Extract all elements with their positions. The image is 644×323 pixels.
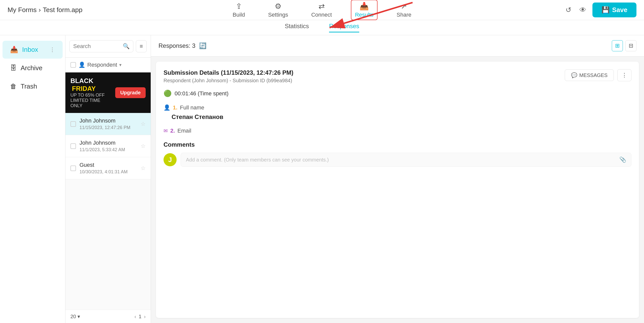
avatar-letter: J xyxy=(168,156,172,164)
upgrade-button[interactable]: Upgrade xyxy=(115,87,146,98)
comments-section: Comments J Add a comment. (Only team mem… xyxy=(164,141,631,167)
search-input[interactable] xyxy=(73,43,120,50)
submission-actions: 💬 MESSAGES ⋮ xyxy=(565,69,631,81)
prev-page-button[interactable]: ‹ xyxy=(135,314,136,319)
comment-input-box[interactable]: Add a comment. (Only team members can se… xyxy=(181,153,631,167)
tab-share-label: Share xyxy=(397,12,412,18)
preview-button[interactable]: 👁 xyxy=(577,4,588,16)
response-checkbox-2[interactable] xyxy=(70,166,76,171)
breadcrumb-separator: › xyxy=(39,6,41,14)
responses-count: Responses: 3 xyxy=(158,42,195,49)
filter-button[interactable]: ≡ xyxy=(136,40,147,52)
list-item[interactable]: John Johnsom 11/15/2023, 12:47:26 PM ☆ xyxy=(65,113,151,135)
tab-build[interactable]: ⇪ Build xyxy=(229,0,249,20)
middle-panel: 🔍 ≡ 👤 Respondent ▾ BLACK FRIDAY UP TO 6 xyxy=(65,35,151,323)
list-item[interactable]: Guest 10/30/2023, 4:01:31 AM ☆ xyxy=(65,157,151,179)
submission-detail: Submission Details (11/15/2023, 12:47:26… xyxy=(156,62,639,318)
tab-settings[interactable]: ⚙ Settings xyxy=(264,0,292,20)
view-toggle-group: ⊞ ⊟ xyxy=(612,40,636,51)
response-date-1: 11/1/2023, 5:33:42 AM xyxy=(79,147,137,152)
response-checkbox-1[interactable] xyxy=(70,143,76,149)
comment-placeholder: Add a comment. (Only team members can se… xyxy=(186,157,329,163)
star-icon-2[interactable]: ☆ xyxy=(141,165,146,172)
respondent-icon: 👤 xyxy=(78,62,85,68)
current-page: 1 xyxy=(139,314,141,319)
field-1-number: 1. xyxy=(173,104,177,111)
submission-subtitle: Respondent (John Johnsom) - Submission I… xyxy=(164,78,293,84)
banner-title: BLACK FRIDAY xyxy=(70,77,111,93)
share-icon: ↗ xyxy=(401,2,407,11)
sidebar-inbox-label: Inbox xyxy=(22,46,38,54)
responses-header: Responses: 3 🔄 ⊞ ⊟ xyxy=(151,35,644,57)
archive-icon: 🗄 xyxy=(10,64,17,72)
time-icon: 🟢 xyxy=(164,90,172,97)
email-icon: ✉ xyxy=(164,128,168,134)
attach-icon[interactable]: 📎 xyxy=(619,156,626,163)
pagination-row: 20 ▾ ‹ 1 › xyxy=(65,310,151,323)
sub-header: Statistics Responses xyxy=(0,20,644,35)
comments-title: Comments xyxy=(164,141,631,148)
grid-view-button[interactable]: ⊞ xyxy=(612,40,623,51)
response-checkbox-0[interactable] xyxy=(70,121,76,127)
per-page-chevron: ▾ xyxy=(77,313,80,319)
black-friday-banner: BLACK FRIDAY UP TO 65% OFFLIMITED TIME O… xyxy=(65,72,151,113)
field-2-label: Email xyxy=(177,128,191,134)
tab-results[interactable]: 📥 Results xyxy=(351,0,377,20)
search-bar: 🔍 ≡ xyxy=(65,35,151,58)
sidebar-archive-label: Archive xyxy=(21,64,43,72)
breadcrumb-root[interactable]: My Forms xyxy=(8,6,37,14)
split-view-button[interactable]: ⊟ xyxy=(625,40,636,51)
comment-input-row: J Add a comment. (Only team members can … xyxy=(164,153,631,167)
tab-build-label: Build xyxy=(233,12,245,18)
responses-label: Responses xyxy=(329,23,359,29)
tab-connect-label: Connect xyxy=(311,12,332,18)
submission-title: Submission Details (11/15/2023, 12:47:26… xyxy=(164,69,293,76)
field-1-label: Full name xyxy=(180,104,204,111)
page-nav: ‹ 1 › xyxy=(135,314,146,319)
sidebar-item-trash[interactable]: 🗑 Trash xyxy=(3,77,63,95)
banner-black: BLACK xyxy=(70,77,93,85)
header: My Forms › Test form.app ⇪ Build ⚙ Setti… xyxy=(0,0,644,20)
breadcrumb-current[interactable]: Test form.app xyxy=(43,6,83,14)
tab-connect[interactable]: ⇄ Connect xyxy=(307,0,336,20)
next-page-button[interactable]: › xyxy=(144,314,146,319)
tab-share[interactable]: ↗ Share xyxy=(393,0,416,20)
per-page-select[interactable]: 20 ▾ xyxy=(70,313,80,319)
time-spent-value: 00:01:46 (Time spent) xyxy=(175,90,228,97)
settings-icon: ⚙ xyxy=(275,2,281,11)
inbox-menu-icon[interactable]: ⋮ xyxy=(50,47,55,53)
save-button[interactable]: 💾 Save xyxy=(592,3,636,17)
main-layout: 📥 Inbox ⋮ 🗄 Archive 🗑 Trash 🔍 ≡ xyxy=(0,35,644,323)
sidebar: 📥 Inbox ⋮ 🗄 Archive 🗑 Trash xyxy=(0,35,65,323)
respondent-label[interactable]: 👤 Respondent ▾ xyxy=(78,62,122,68)
history-button[interactable]: ↺ xyxy=(564,4,573,16)
search-input-wrap: 🔍 xyxy=(69,40,133,52)
tab-statistics[interactable]: Statistics xyxy=(285,23,309,32)
banner-subtitle: UP TO 65% OFFLIMITED TIME ONLY xyxy=(70,93,111,108)
per-page-value: 20 xyxy=(70,314,76,319)
field-email: ✉ 2. Email xyxy=(164,128,631,134)
list-item[interactable]: John Johnsom 11/1/2023, 5:33:42 AM ☆ xyxy=(65,135,151,157)
sidebar-item-archive[interactable]: 🗄 Archive xyxy=(3,59,63,77)
refresh-button[interactable]: 🔄 xyxy=(199,42,207,49)
right-panel: Responses: 3 🔄 ⊞ ⊟ Submission Details (1… xyxy=(151,35,644,323)
user-icon: 👤 xyxy=(164,104,170,111)
tab-results-label: Results xyxy=(355,12,373,18)
inbox-icon: 📥 xyxy=(10,46,18,54)
response-date-0: 11/15/2023, 12:47:26 PM xyxy=(79,125,137,130)
save-label: Save xyxy=(612,6,627,14)
tab-responses[interactable]: Responses xyxy=(329,23,359,32)
star-icon-0[interactable]: ☆ xyxy=(141,121,146,127)
time-spent: 🟢 00:01:46 (Time spent) xyxy=(164,90,631,97)
banner-friday: FRIDAY xyxy=(72,85,96,92)
sidebar-item-inbox[interactable]: 📥 Inbox ⋮ xyxy=(3,41,63,59)
select-all-checkbox[interactable] xyxy=(70,62,76,68)
response-name-2: Guest xyxy=(79,162,137,168)
search-icon: 🔍 xyxy=(123,43,130,50)
messages-button[interactable]: 💬 MESSAGES xyxy=(565,69,614,81)
build-icon: ⇪ xyxy=(236,2,242,11)
more-options-button[interactable]: ⋮ xyxy=(617,69,631,81)
field-1-value: Степан Степанов xyxy=(172,113,631,120)
statistics-label: Statistics xyxy=(285,23,309,29)
star-icon-1[interactable]: ☆ xyxy=(141,143,146,149)
